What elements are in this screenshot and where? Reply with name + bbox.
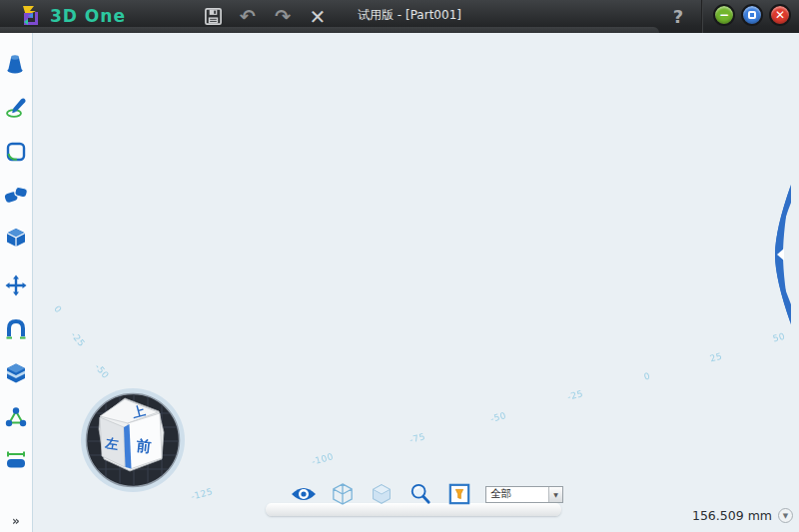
grid-x-tick: -125 (190, 486, 214, 501)
grid-x-tick: 25 (709, 351, 724, 364)
save-icon (204, 7, 223, 26)
shaded-view-button[interactable] (369, 481, 395, 507)
sidebar-item-feature-modeling[interactable] (1, 181, 31, 211)
zoom-button[interactable] (407, 481, 433, 507)
undo-icon: ↶ (240, 7, 256, 26)
eye-icon (291, 485, 317, 503)
measure-icon (4, 447, 28, 471)
view-cube-left-label: 左 (103, 435, 119, 452)
titlebar-divider (701, 0, 703, 33)
redo-button[interactable]: ↷ (270, 4, 296, 30)
scale-value: 156.509 mm (692, 508, 772, 523)
selection-filter-dropdown[interactable]: 全部 ▼ (485, 486, 563, 503)
grid-y-tick: 0 (52, 303, 64, 314)
save-button[interactable] (200, 4, 226, 30)
selection-filter-icon (448, 483, 470, 505)
app-logo-text: 3D One (50, 6, 126, 26)
grid-x-tick: 0 (643, 370, 652, 381)
wireframe-cube-icon (332, 482, 354, 506)
tool-sidebar: » (0, 33, 33, 532)
help-button[interactable]: ? (665, 2, 691, 30)
sketch-draw-icon (4, 96, 28, 120)
sidebar-item-sketch-shapes[interactable] (1, 137, 31, 167)
grid-x-tick: -50 (489, 410, 507, 424)
sidebar-item-move-transform[interactable] (1, 270, 31, 300)
dropdown-arrow-icon[interactable]: ▼ (548, 487, 562, 502)
display-toolbar: 全部 ▼ (291, 481, 563, 507)
special-effects-icon (4, 226, 28, 250)
feature-modeling-icon (3, 184, 29, 208)
sidebar-item-sketch-draw[interactable] (1, 93, 31, 123)
shaded-cube-icon (371, 483, 393, 505)
grid-x-tick: 50 (772, 331, 787, 344)
app-logo-icon (20, 4, 42, 28)
title-bar: 3D One ↶ ↷ ✕ 试用版 - [Part001] ? − ✕ (0, 0, 799, 33)
sidebar-item-pattern-array[interactable] (1, 358, 31, 388)
minimize-icon: − (719, 9, 729, 21)
sidebar-item-primitive-solids[interactable] (1, 49, 31, 79)
selection-filter-button[interactable] (446, 481, 472, 507)
window-close-icon: ✕ (775, 9, 785, 21)
undo-button[interactable]: ↶ (235, 4, 261, 30)
scale-display: 156.509 mm ▼ (692, 508, 793, 523)
deform-bend-icon (4, 317, 28, 341)
grid-axis-x0 (129, 199, 785, 340)
viewport-canvas[interactable]: -125-100-75-50-25025500-25-50 上 左 前 (33, 30, 799, 532)
sidebar-expand-button[interactable]: » (12, 514, 20, 528)
magnifier-icon (409, 483, 431, 505)
grid-x-tick: -100 (311, 451, 335, 466)
grid-y-tick: -50 (93, 362, 111, 381)
app-logo: 3D One (20, 4, 126, 28)
grid-x-tick: -75 (408, 431, 426, 445)
redo-icon: ↷ (275, 7, 291, 26)
primitive-solids-icon (4, 52, 28, 76)
chevron-down-icon: ▼ (783, 512, 788, 520)
window-close-button[interactable]: ✕ (769, 4, 791, 26)
move-transform-icon (4, 273, 28, 297)
sidebar-item-assembly[interactable] (1, 402, 31, 432)
view-cube[interactable]: 上 左 前 (80, 387, 186, 493)
scale-dropdown-button[interactable]: ▼ (778, 508, 793, 523)
document-title: 试用版 - [Part001] (300, 0, 519, 30)
selection-filter-value: 全部 (486, 487, 548, 501)
window-minimize-button[interactable]: − (713, 4, 735, 26)
right-panel-flap[interactable] (769, 185, 797, 324)
assembly-icon (4, 405, 28, 429)
grid-y-tick: -25 (69, 330, 87, 349)
grid-x-tick: -25 (566, 388, 584, 402)
sketch-shapes-icon (4, 140, 28, 164)
grid-axis-y0 (349, 137, 739, 341)
visibility-button[interactable] (291, 481, 317, 507)
maximize-icon (748, 11, 756, 19)
view-cube-front-label: 前 (135, 436, 153, 456)
wireframe-view-button[interactable] (330, 481, 356, 507)
sidebar-item-measure[interactable] (1, 444, 31, 474)
window-maximize-button[interactable] (741, 4, 763, 26)
pattern-array-icon (4, 361, 28, 385)
sidebar-item-deform-bend[interactable] (1, 314, 31, 344)
sidebar-item-special-effects[interactable] (1, 223, 31, 253)
